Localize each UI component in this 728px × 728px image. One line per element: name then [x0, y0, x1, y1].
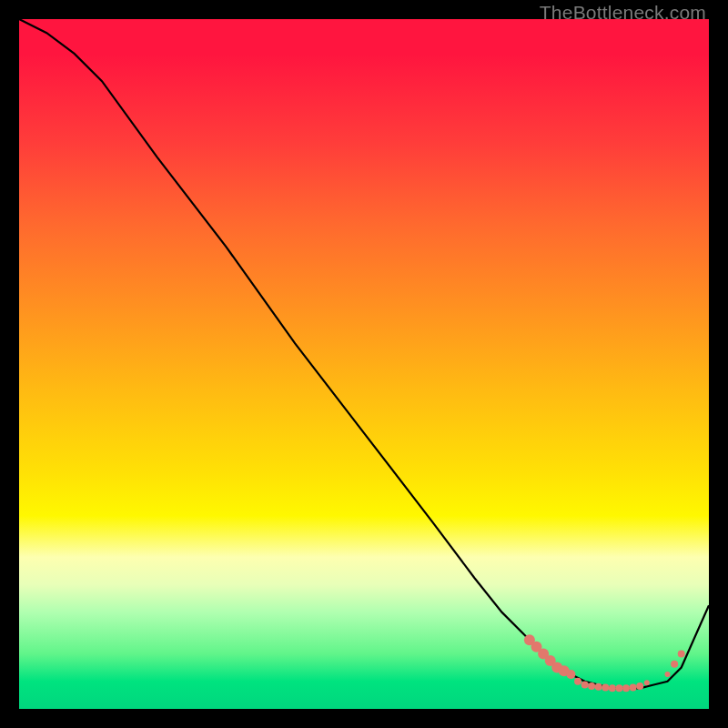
data-marker [574, 678, 581, 685]
data-marker [581, 682, 589, 689]
chart-frame: TheBottleneck.com [0, 0, 728, 728]
chart-svg [19, 19, 709, 709]
data-marker [609, 684, 616, 692]
data-marker [622, 684, 630, 692]
plot-area [19, 19, 709, 709]
data-marker [678, 650, 685, 657]
bottleneck-curve [19, 19, 709, 688]
data-marker [566, 670, 575, 679]
data-marker [630, 684, 637, 692]
data-marker [644, 680, 650, 685]
data-marker [602, 684, 609, 692]
data-marker [595, 683, 602, 691]
data-marker [665, 672, 671, 677]
data-marker [616, 684, 623, 692]
data-marker [671, 661, 678, 668]
data-marker [636, 682, 643, 690]
data-marker [588, 682, 595, 690]
